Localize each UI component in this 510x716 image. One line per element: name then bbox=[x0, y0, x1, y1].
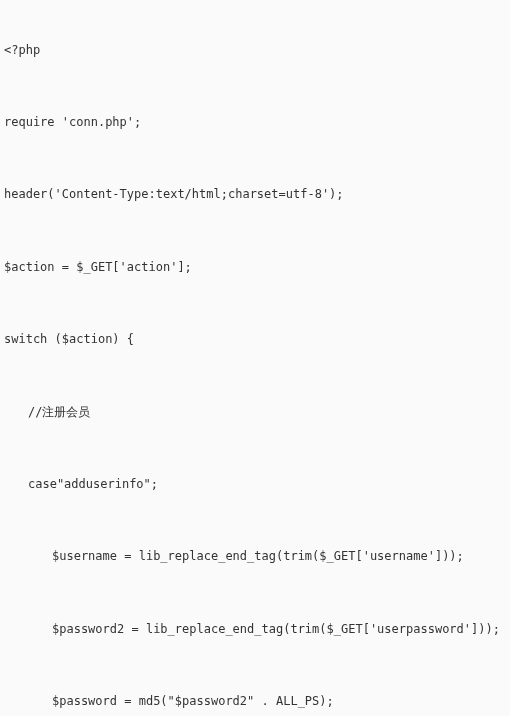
code-line: header('Content-Type:text/html;charset=u… bbox=[4, 186, 506, 203]
code-line: $action = $_GET['action']; bbox=[4, 259, 506, 276]
code-line: switch ($action) { bbox=[4, 331, 506, 348]
code-line: $password = md5("$password2" . ALL_PS); bbox=[4, 693, 506, 710]
code-line: $username = lib_replace_end_tag(trim($_G… bbox=[4, 548, 506, 565]
code-block: <?php require 'conn.php'; header('Conten… bbox=[4, 8, 506, 716]
code-line: <?php bbox=[4, 42, 506, 59]
code-line: //注册会员 bbox=[4, 404, 506, 421]
code-line: require 'conn.php'; bbox=[4, 114, 506, 131]
code-line: $password2 = lib_replace_end_tag(trim($_… bbox=[4, 621, 506, 638]
code-line: case"adduserinfo"; bbox=[4, 476, 506, 493]
